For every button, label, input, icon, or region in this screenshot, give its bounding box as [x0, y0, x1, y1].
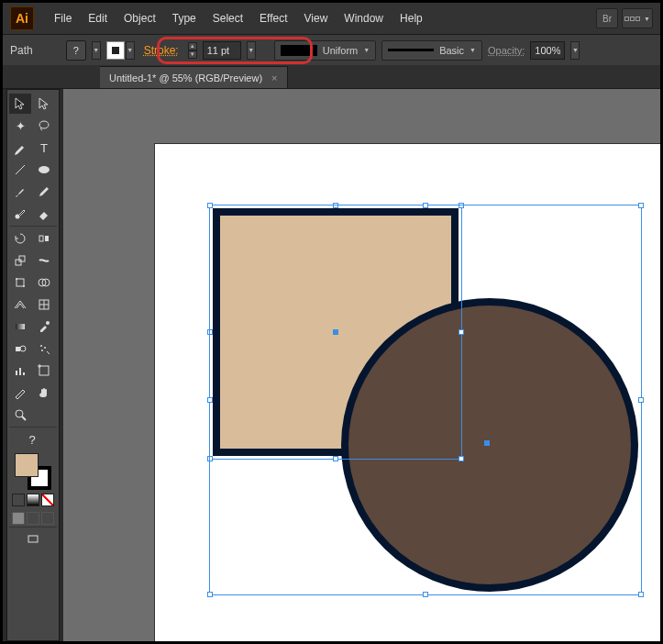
opacity-dropdown[interactable]: ▼: [570, 41, 580, 60]
stroke-profile[interactable]: Uniform ▼: [274, 40, 376, 61]
perspective-grid-tool[interactable]: [9, 294, 31, 315]
circle-shape[interactable]: [341, 298, 638, 592]
bridge-button[interactable]: Br: [596, 8, 618, 28]
gradient-tool[interactable]: [9, 316, 31, 337]
svg-rect-23: [16, 371, 17, 375]
stroke-swatch[interactable]: ▼: [106, 41, 135, 60]
stroke-weight-input[interactable]: [203, 41, 241, 60]
svg-rect-6: [16, 260, 21, 265]
eraser-tool[interactable]: [33, 204, 55, 224]
draw-inside-mode[interactable]: [41, 512, 54, 525]
menu-view[interactable]: View: [297, 8, 336, 28]
menu-object[interactable]: Object: [116, 8, 163, 28]
menu-help[interactable]: Help: [392, 8, 430, 28]
svg-point-17: [46, 321, 50, 325]
eyedropper-tool[interactable]: [33, 316, 55, 337]
menu-file[interactable]: File: [47, 8, 79, 28]
blend-tool[interactable]: [9, 339, 31, 359]
scale-tool[interactable]: [9, 250, 31, 271]
svg-point-0: [39, 121, 49, 128]
svg-rect-25: [23, 372, 25, 375]
svg-line-1: [16, 165, 25, 174]
line-tool[interactable]: [9, 160, 31, 180]
tools-panel: ✦ T: [6, 89, 60, 641]
document-tab[interactable]: Untitled-1* @ 55% (RGB/Preview) ×: [100, 66, 288, 88]
artboard[interactable]: [155, 144, 660, 641]
opacity-input[interactable]: [530, 41, 565, 60]
shape-builder-tool[interactable]: [33, 272, 55, 293]
artboard-tool[interactable]: [33, 361, 55, 381]
main-area: ✦ T: [3, 89, 660, 641]
column-graph-tool[interactable]: [9, 361, 31, 381]
mesh-tool[interactable]: [33, 294, 55, 315]
brush-label: Basic: [439, 45, 464, 56]
lasso-tool[interactable]: [33, 116, 55, 136]
svg-point-19: [20, 346, 26, 351]
type-tool[interactable]: T: [33, 138, 55, 158]
pencil-tool[interactable]: [33, 182, 55, 202]
menu-select[interactable]: Select: [205, 8, 250, 28]
color-swatch-2[interactable]: [27, 494, 39, 506]
direct-selection-tool[interactable]: [33, 94, 55, 114]
svg-rect-18: [16, 347, 20, 351]
stroke-preview: [281, 45, 317, 56]
draw-behind-mode[interactable]: [27, 512, 39, 525]
canvas[interactable]: [63, 89, 660, 641]
selection-type-label: Path: [10, 44, 33, 57]
screen-mode[interactable]: [22, 529, 44, 550]
svg-rect-24: [19, 368, 21, 375]
fill-swatch[interactable]: [15, 453, 39, 477]
reflect-tool[interactable]: [33, 228, 55, 249]
pen-tool[interactable]: [9, 138, 31, 158]
svg-point-10: [23, 285, 25, 287]
width-tool[interactable]: [33, 250, 55, 271]
selection-tool[interactable]: [9, 94, 31, 114]
svg-rect-8: [17, 279, 24, 286]
paintbrush-tool[interactable]: [9, 182, 31, 202]
slice-tool[interactable]: [9, 383, 31, 403]
circle-center-handle: [484, 440, 490, 446]
stroke-weight-spinner[interactable]: ▲▼: [188, 42, 197, 59]
stroke-label[interactable]: Stroke:: [144, 44, 179, 57]
normal-draw-mode[interactable]: [12, 512, 25, 525]
rotate-tool[interactable]: [9, 228, 31, 249]
magic-wand-tool[interactable]: ✦: [9, 116, 31, 136]
color-swatch-1[interactable]: [12, 494, 25, 506]
svg-rect-16: [16, 324, 25, 329]
menu-bar: Ai File Edit Object Type Select Effect V…: [3, 3, 660, 34]
close-icon[interactable]: ×: [271, 72, 277, 83]
workspace-switcher[interactable]: ▼: [622, 8, 653, 28]
svg-rect-31: [28, 536, 38, 542]
tools-hint[interactable]: ?: [9, 429, 55, 450]
help-button[interactable]: ?: [66, 40, 86, 61]
ellipse-tool[interactable]: [33, 160, 55, 180]
svg-rect-26: [39, 366, 49, 375]
empty-tool-slot: [33, 405, 55, 425]
free-transform-tool[interactable]: [9, 272, 31, 293]
fill-dropdown[interactable]: ▼: [92, 41, 101, 60]
blob-brush-tool[interactable]: [9, 204, 31, 224]
menu-window[interactable]: Window: [337, 8, 391, 28]
zoom-tool[interactable]: [9, 405, 31, 425]
opacity-label[interactable]: Opacity:: [488, 45, 525, 56]
menu-edit[interactable]: Edit: [81, 8, 115, 28]
svg-point-29: [16, 410, 23, 417]
hand-tool[interactable]: [33, 383, 55, 403]
menu-effect[interactable]: Effect: [252, 8, 294, 28]
svg-line-30: [22, 416, 26, 420]
none-swatch[interactable]: [41, 494, 54, 506]
svg-point-3: [16, 215, 20, 219]
stroke-weight-dropdown[interactable]: ▼: [247, 41, 256, 60]
svg-point-20: [40, 345, 42, 347]
svg-rect-7: [19, 256, 25, 261]
fill-stroke-indicator[interactable]: [15, 453, 51, 490]
control-bar: Path ? ▼ ▼ Stroke: ▲▼ ▼ Uniform ▼ Basic …: [3, 34, 660, 65]
menu-type[interactable]: Type: [165, 8, 204, 28]
brush-definition[interactable]: Basic ▼: [381, 40, 482, 61]
symbol-sprayer-tool[interactable]: [33, 339, 55, 359]
stroke-swatch-dropdown[interactable]: ▼: [126, 41, 135, 60]
svg-point-2: [39, 166, 50, 173]
svg-point-22: [41, 350, 43, 351]
svg-point-9: [16, 278, 17, 280]
document-tab-bar: Untitled-1* @ 55% (RGB/Preview) ×: [3, 65, 660, 89]
